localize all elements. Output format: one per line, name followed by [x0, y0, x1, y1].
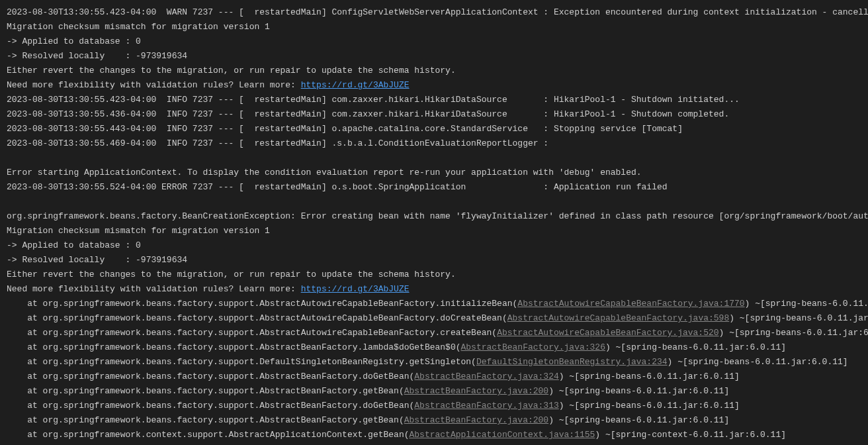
stacktrace-prefix: at org.springframework.beans.factory.sup… [7, 415, 404, 425]
log-line: -> Resolved locally : -973919634 [7, 253, 861, 268]
log-line: -> Resolved locally : -973919634 [7, 49, 861, 64]
external-url-link[interactable]: https://rd.gt/3AbJUZE [301, 284, 410, 294]
log-line [7, 151, 861, 166]
stacktrace-suffix: ) ~[spring-beans-6.0.11.jar:6.0.11] [668, 357, 848, 367]
log-line: -> Applied to database : 0 [7, 34, 861, 49]
log-text: Need more flexibility with validation ru… [7, 284, 301, 294]
log-line: at org.springframework.beans.factory.sup… [7, 370, 861, 384]
stacktrace-prefix: at org.springframework.beans.factory.sup… [7, 328, 497, 338]
log-line: 2023-08-30T13:30:55.524-04:00 ERROR 7237… [7, 180, 861, 195]
source-file-link[interactable]: AbstractApplicationContext.java:1155 [410, 430, 595, 440]
stacktrace-suffix: ) ~[spring-beans-6.0.11.jar:6.0.11] [548, 415, 729, 425]
log-text: -> Applied to database : 0 [7, 36, 141, 46]
log-line: Either revert the changes to the migrati… [7, 64, 861, 78]
log-line: Migration checksum mismatch for migratio… [7, 224, 861, 238]
stacktrace-prefix: at org.springframework.beans.factory.sup… [7, 371, 414, 381]
log-line: Error starting ApplicationContext. To di… [7, 166, 861, 180]
log-text: Need more flexibility with validation ru… [7, 80, 301, 90]
log-line: Either revert the changes to the migrati… [7, 268, 861, 282]
stacktrace-prefix: at org.springframework.beans.factory.sup… [7, 357, 476, 367]
log-text: Migration checksum mismatch for migratio… [7, 22, 270, 32]
stacktrace-suffix: ) ~[spring-beans-6.0.11.jar:6 [719, 328, 868, 338]
stacktrace-suffix: ) ~[spring-beans-6.0.11. [745, 299, 868, 309]
log-text: org.springframework.beans.factory.BeanCr… [7, 211, 868, 221]
source-file-link[interactable]: AbstractBeanFactory.java:324 [414, 371, 558, 381]
log-line: 2023-08-30T13:30:55.423-04:00 INFO 7237 … [7, 93, 861, 107]
log-text: Either revert the changes to the migrati… [7, 270, 456, 279]
console-output[interactable]: 2023-08-30T13:30:55.423-04:00 WARN 7237 … [7, 5, 861, 442]
log-line: 2023-08-30T13:30:55.436-04:00 INFO 7237 … [7, 107, 861, 122]
log-line: at org.springframework.beans.factory.sup… [7, 384, 861, 399]
log-text: Migration checksum mismatch for migratio… [7, 226, 270, 236]
log-line: at org.springframework.beans.factory.sup… [7, 340, 861, 355]
source-file-link[interactable]: AbstractAutowireCapableBeanFactory.java:… [507, 313, 729, 323]
stacktrace-suffix: ) ~[spring-beans-6.0.11.jar:6.0.11] [605, 342, 786, 352]
log-text [7, 153, 12, 163]
stacktrace-suffix: ) ~[spring-beans-6.0.11.jar:6.0.11] [548, 386, 729, 396]
log-line [7, 195, 861, 209]
stacktrace-prefix: at org.springframework.beans.factory.sup… [7, 313, 507, 323]
log-line: 2023-08-30T13:30:55.423-04:00 WARN 7237 … [7, 5, 861, 20]
log-text: -> Resolved locally : -973919634 [7, 51, 187, 61]
log-text: -> Applied to database : 0 [7, 240, 141, 250]
log-text: 2023-08-30T13:30:55.469-04:00 INFO 7237 … [7, 138, 548, 148]
stacktrace-prefix: at org.springframework.beans.factory.sup… [7, 342, 461, 352]
log-line: at org.springframework.beans.factory.sup… [7, 326, 861, 340]
log-line: -> Applied to database : 0 [7, 238, 861, 253]
log-line: 2023-08-30T13:30:55.469-04:00 INFO 7237 … [7, 136, 861, 151]
log-line: Need more flexibility with validation ru… [7, 282, 861, 297]
log-line: org.springframework.beans.factory.BeanCr… [7, 209, 861, 224]
log-text: 2023-08-30T13:30:55.423-04:00 WARN 7237 … [7, 7, 868, 17]
log-text: 2023-08-30T13:30:55.443-04:00 INFO 7237 … [7, 124, 683, 134]
log-line: at org.springframework.beans.factory.sup… [7, 297, 861, 311]
stacktrace-prefix: at org.springframework.context.support.A… [7, 430, 410, 440]
log-text: 2023-08-30T13:30:55.436-04:00 INFO 7237 … [7, 109, 729, 119]
source-file-link[interactable]: DefaultSingletonBeanRegistry.java:234 [476, 357, 668, 367]
log-text [7, 197, 12, 207]
source-file-link[interactable]: AbstractBeanFactory.java:313 [414, 401, 558, 411]
log-line: at org.springframework.context.support.A… [7, 428, 861, 442]
log-text: 2023-08-30T13:30:55.524-04:00 ERROR 7237… [7, 182, 668, 192]
stacktrace-suffix: ) ~[spring-context-6.0.11.jar:6.0.11] [595, 430, 786, 440]
log-line: at org.springframework.beans.factory.sup… [7, 413, 861, 428]
source-file-link[interactable]: AbstractBeanFactory.java:200 [404, 386, 548, 396]
log-text: Error starting ApplicationContext. To di… [7, 168, 642, 177]
stacktrace-prefix: at org.springframework.beans.factory.sup… [7, 386, 404, 396]
log-line: Migration checksum mismatch for migratio… [7, 20, 861, 34]
log-line: at org.springframework.beans.factory.sup… [7, 399, 861, 413]
source-file-link[interactable]: AbstractAutowireCapableBeanFactory.java:… [517, 299, 744, 309]
log-text: 2023-08-30T13:30:55.423-04:00 INFO 7237 … [7, 95, 740, 105]
log-text: -> Resolved locally : -973919634 [7, 255, 187, 265]
stacktrace-suffix: ) ~[spring-beans-6.0.11.jar:6.0.11] [559, 401, 740, 411]
log-line: at org.springframework.beans.factory.sup… [7, 311, 861, 326]
external-url-link[interactable]: https://rd.gt/3AbJUZE [301, 80, 410, 90]
log-line: at org.springframework.beans.factory.sup… [7, 355, 861, 370]
stacktrace-suffix: ) ~[spring-beans-6.0.11.jar [729, 313, 868, 323]
source-file-link[interactable]: AbstractAutowireCapableBeanFactory.java:… [497, 328, 718, 338]
stacktrace-prefix: at org.springframework.beans.factory.sup… [7, 299, 517, 309]
source-file-link[interactable]: AbstractBeanFactory.java:326 [461, 342, 605, 352]
stacktrace-suffix: ) ~[spring-beans-6.0.11.jar:6.0.11] [559, 371, 740, 381]
source-file-link[interactable]: AbstractBeanFactory.java:200 [404, 415, 548, 425]
log-line: 2023-08-30T13:30:55.443-04:00 INFO 7237 … [7, 122, 861, 136]
log-line: Need more flexibility with validation ru… [7, 78, 861, 93]
stacktrace-prefix: at org.springframework.beans.factory.sup… [7, 401, 414, 411]
log-text: Either revert the changes to the migrati… [7, 66, 456, 75]
